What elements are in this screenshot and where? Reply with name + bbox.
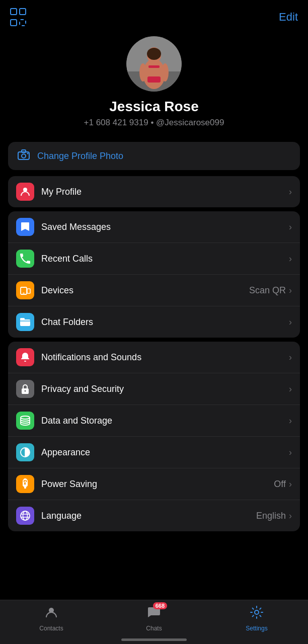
language-item[interactable]: Language English › [8,500,300,531]
saved-messages-icon [16,218,34,236]
svg-rect-27 [24,478,27,480]
chevron-icon: › [289,511,292,521]
edit-button[interactable]: Edit [279,11,298,24]
saved-messages-label: Saved Messages [41,222,289,232]
svg-point-16 [23,188,27,192]
contacts-tab-label: Contacts [39,625,63,632]
data-storage-icon [16,412,34,430]
chevron-icon: › [289,479,292,490]
notifications-label: Notifications and Sounds [41,352,289,363]
chevron-icon: › [289,416,292,426]
svg-rect-8 [148,65,160,68]
chevron-icon: › [289,285,292,296]
devices-value: Scan QR [249,285,286,296]
profile-group: My Profile › [8,176,300,207]
svg-point-24 [21,416,30,419]
settings-group: Notifications and Sounds › Privacy and S… [8,342,300,531]
recent-calls-item[interactable]: Recent Calls › [8,243,300,275]
power-saving-item[interactable]: Power Saving Off › [8,468,300,500]
tab-bar: Contacts 668 Chats Settings [0,600,308,644]
language-icon [16,507,34,525]
svg-point-23 [25,390,26,392]
power-saving-value: Off [274,479,286,490]
appearance-item[interactable]: Appearance › [8,437,300,468]
recent-calls-label: Recent Calls [41,254,289,264]
avatar[interactable] [126,36,182,92]
chats-tab-label: Chats [146,625,162,632]
svg-point-7 [147,48,161,60]
privacy-icon [16,380,34,398]
profile-subtitle: +1 608 421 9319 • @Jessicarose099 [84,118,224,128]
my-profile-label: My Profile [41,187,289,197]
language-label: Language [41,511,256,521]
change-photo-label: Change Profile Photo [37,151,123,162]
tab-settings[interactable]: Settings [205,605,308,632]
chats-badge: 668 [153,602,167,609]
main-group: Saved Messages › Recent Calls › Devices … [8,211,300,338]
devices-label: Devices [41,285,249,296]
data-storage-label: Data and Storage [41,416,289,426]
appearance-icon [16,443,34,461]
appearance-label: Appearance [41,447,289,458]
chevron-icon: › [289,317,292,328]
svg-point-10 [139,63,146,82]
power-saving-label: Power Saving [41,479,274,490]
chat-folders-label: Chat Folders [41,317,289,328]
my-profile-item[interactable]: My Profile › [8,176,300,207]
settings-tab-label: Settings [246,625,267,632]
chevron-icon: › [289,352,292,363]
svg-point-33 [21,511,30,520]
devices-icon [16,281,34,299]
svg-point-15 [27,153,29,154]
chat-folders-item[interactable]: Chat Folders › [8,306,300,338]
home-indicator [121,638,187,641]
profile-name: Jessica Rose [109,99,198,115]
contacts-icon [44,605,58,623]
tab-contacts[interactable]: Contacts [0,605,103,632]
power-saving-icon [16,475,34,493]
my-profile-icon [16,183,34,201]
svg-point-11 [162,63,169,82]
svg-point-38 [255,610,259,614]
recent-calls-icon [16,250,34,268]
settings-icon [250,605,264,623]
grid-icon[interactable] [10,8,28,26]
chats-icon: 668 [147,605,161,623]
tab-chats[interactable]: 668 Chats [103,605,205,632]
camera-icon [17,149,30,163]
devices-item[interactable]: Devices Scan QR › [8,275,300,306]
language-value: English [256,511,286,521]
svg-point-13 [22,154,26,158]
chevron-icon: › [289,187,292,197]
chevron-icon: › [289,384,292,394]
svg-rect-9 [147,76,161,83]
svg-rect-28 [24,486,26,489]
privacy-label: Privacy and Security [41,384,289,394]
change-photo-button[interactable]: Change Profile Photo [8,142,300,170]
svg-rect-21 [20,318,25,320]
notifications-icon [16,348,34,366]
chevron-icon: › [289,222,292,232]
saved-messages-item[interactable]: Saved Messages › [8,211,300,243]
chevron-icon: › [289,254,292,264]
chat-folders-icon [16,313,34,331]
profile-section: Jessica Rose +1 608 421 9319 • @Jessicar… [0,31,308,138]
chevron-icon: › [289,447,292,458]
data-storage-item[interactable]: Data and Storage › [8,405,300,437]
privacy-security-item[interactable]: Privacy and Security › [8,373,300,405]
svg-rect-18 [27,289,30,293]
header: Edit [0,0,308,31]
svg-point-34 [23,511,28,520]
svg-rect-14 [22,150,26,152]
notifications-sounds-item[interactable]: Notifications and Sounds › [8,342,300,373]
